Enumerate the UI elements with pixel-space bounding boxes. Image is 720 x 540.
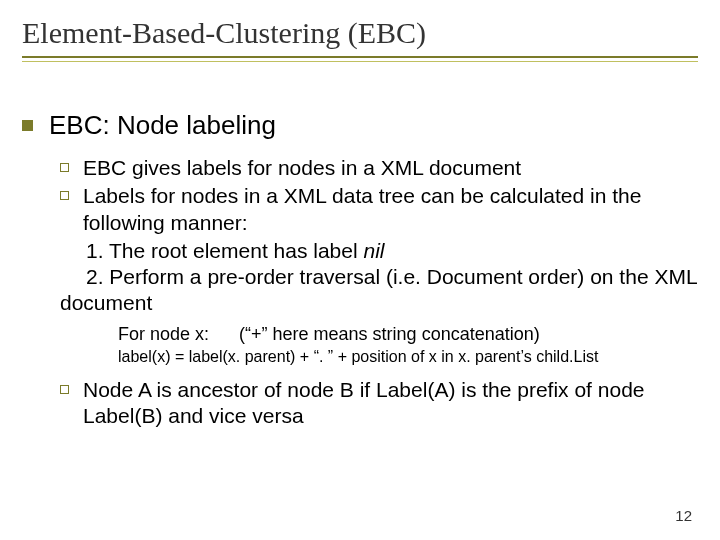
square-filled-icon: [22, 120, 33, 131]
slide-title: Element-Based-Clustering (EBC): [22, 12, 698, 52]
bullet-level2: Node A is ancestor of node B if Label(A)…: [60, 377, 698, 430]
formula-line: label(x) = label(x. parent) + “. ” + pos…: [118, 347, 698, 367]
note-line: For node x: (“+” here means string conca…: [118, 323, 698, 346]
page-number: 12: [675, 507, 692, 524]
step2-text: 2. Perform a pre-order traversal (i.e. D…: [60, 265, 697, 314]
square-hollow-icon: [60, 191, 69, 200]
title-underline: [22, 56, 698, 62]
step1: 1. The root element has label nil: [86, 238, 698, 264]
note-prefix: For node x:: [118, 324, 209, 344]
sub2-text: Labels for nodes in a XML data tree can …: [83, 183, 698, 236]
sub3-text: Node A is ancestor of node B if Label(A)…: [83, 377, 698, 430]
slide: Element-Based-Clustering (EBC) EBC: Node…: [0, 0, 720, 540]
square-hollow-icon: [60, 163, 69, 172]
sub1-text: EBC gives labels for nodes in a XML docu…: [83, 155, 521, 181]
bullet-level2: EBC gives labels for nodes in a XML docu…: [60, 155, 698, 181]
bullet-level2: Labels for nodes in a XML data tree can …: [60, 183, 698, 236]
step1-pre: 1. The root element has label: [86, 239, 363, 262]
note-rest: (“+” here means string concatenation): [239, 324, 540, 344]
bullet-level1: EBC: Node labeling: [22, 110, 698, 141]
square-hollow-icon: [60, 385, 69, 394]
heading-text: EBC: Node labeling: [49, 110, 276, 141]
level2-container: EBC gives labels for nodes in a XML docu…: [60, 155, 698, 430]
step1-nil: nil: [363, 239, 384, 262]
step2: 2. Perform a pre-order traversal (i.e. D…: [60, 264, 698, 317]
